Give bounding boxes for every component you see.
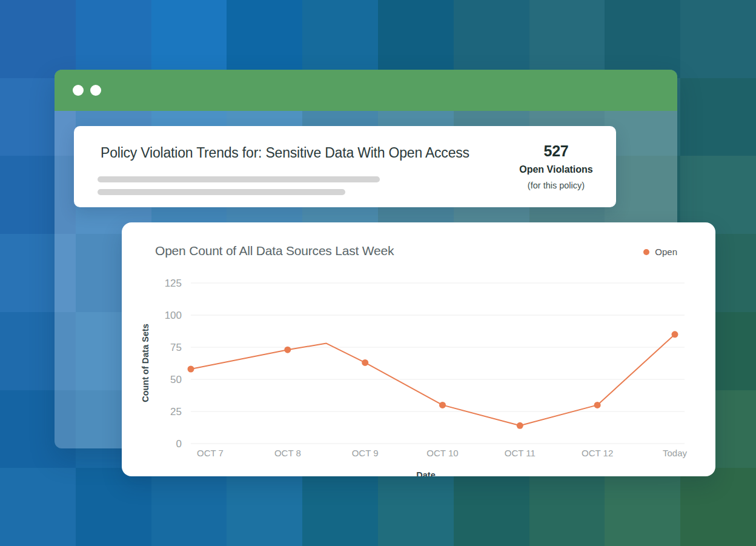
data-point [517,422,523,429]
skeleton-bar [98,176,380,182]
background-tile [680,78,756,156]
data-point [362,359,368,366]
open-violations-stat: 527 Open Violations (for this policy) [505,142,608,190]
background-tile [680,468,756,546]
data-point [284,347,291,353]
background-tile [151,0,227,78]
y-tick-label: 125 [165,278,182,289]
x-tick-label: OCT 10 [426,448,458,458]
data-point [672,331,678,338]
y-tick-label: 25 [170,406,182,418]
background-tile [529,0,605,78]
x-tick-label: OCT 9 [352,448,379,458]
y-tick-label: 50 [170,374,182,385]
trend-chart: 0255075100125OCT 7OCT 8OCT 9OCT 10OCT 11… [122,222,715,476]
data-point [188,366,194,373]
y-tick-label: 100 [165,310,182,321]
background-tile [680,0,756,78]
data-point [594,402,601,408]
open-violations-label: Open Violations [505,164,608,175]
background-tile [151,468,227,546]
background-tile [378,0,454,78]
trend-line [191,335,675,426]
policy-summary-card: Policy Violation Trends for: Sensitive D… [74,126,616,207]
background-tile [605,468,680,546]
x-tick-label: Today [663,448,688,458]
background-tile [0,468,76,546]
skeleton-bar [98,189,345,195]
policy-title: Policy Violation Trends for: Sensitive D… [101,145,469,161]
background-tile [227,0,302,78]
background-tile [378,468,454,546]
open-violations-count: 527 [505,142,608,160]
x-tick-label: OCT 11 [505,448,536,458]
background-tile [302,0,378,78]
y-tick-label: 0 [176,438,182,450]
y-axis-title: Count of Data Sets [141,324,150,402]
background-tile [227,468,302,546]
x-tick-label: OCT 12 [582,448,613,458]
data-point [439,402,446,408]
x-tick-label: OCT 8 [274,448,301,458]
background-tile [76,468,151,546]
background-tile [76,0,151,78]
background-tile [302,468,378,546]
background-tile [454,0,529,78]
background-tile [529,468,605,546]
window-control-dot[interactable] [73,85,84,96]
y-tick-label: 75 [170,342,182,353]
background-tile [454,468,529,546]
background-tile [0,0,76,78]
window-titlebar [55,70,677,111]
window-control-dot[interactable] [90,85,101,96]
x-axis-title: Date [416,470,435,476]
chart-card: Open Count of All Data Sources Last Week… [122,222,715,476]
x-tick-label: OCT 7 [197,448,224,458]
open-violations-sublabel: (for this policy) [505,181,608,190]
background-tile [605,0,680,78]
